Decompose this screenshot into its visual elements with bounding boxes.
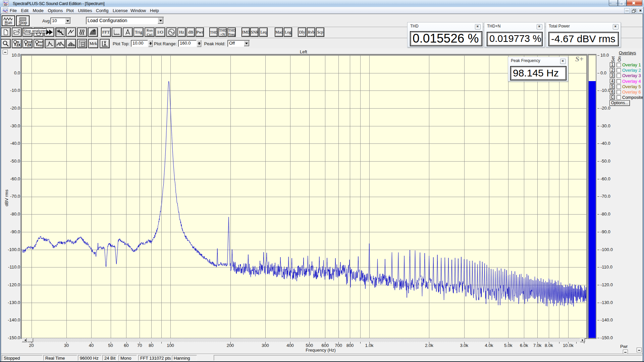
svg-text:SC: SC bbox=[4, 4, 7, 6]
svg-text:FULL: FULL bbox=[38, 44, 43, 47]
svg-text:2X: 2X bbox=[27, 43, 32, 47]
svg-text:IN: IN bbox=[17, 41, 19, 43]
svg-text:2X: 2X bbox=[16, 43, 21, 47]
svg-text:OUT: OUT bbox=[28, 41, 32, 43]
svg-text:OUT: OUT bbox=[39, 41, 43, 43]
